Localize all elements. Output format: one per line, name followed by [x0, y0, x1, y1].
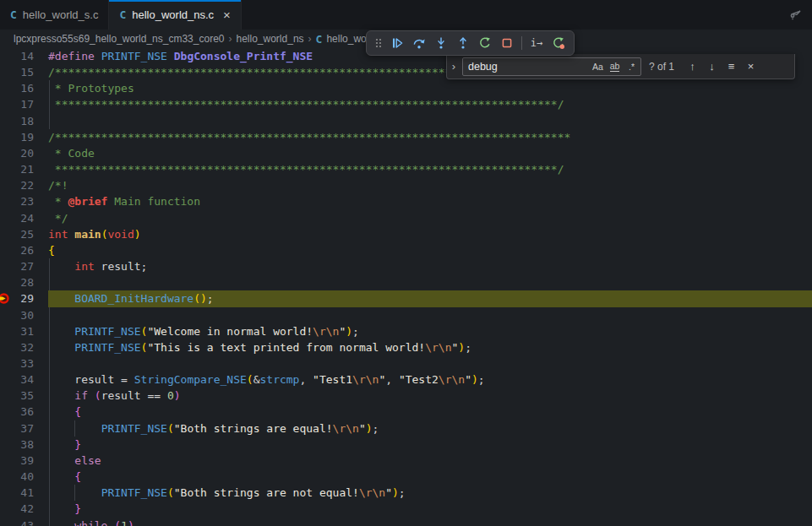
find-in-selection-button[interactable]: ≡ — [722, 57, 740, 75]
code-line-text[interactable] — [48, 274, 812, 290]
code-line-text[interactable]: { — [48, 242, 812, 258]
code-line[interactable]: 31 PRINTF_NSE("Welcome in normal world!\… — [0, 323, 812, 339]
code-line-text[interactable]: */ — [48, 210, 812, 226]
code-line[interactable]: 28 — [0, 274, 812, 290]
debug-step-instruction-button[interactable]: i→ — [526, 33, 547, 53]
line-number[interactable]: 18 — [0, 113, 48, 129]
code-line-text[interactable]: } — [48, 437, 812, 453]
line-number[interactable]: 34 — [0, 371, 48, 388]
code-line-text[interactable] — [48, 355, 812, 371]
debug-stop-button[interactable] — [497, 33, 517, 53]
code-line-text[interactable]: /*! — [48, 177, 812, 193]
line-number[interactable]: 29 — [0, 290, 48, 306]
line-number[interactable]: 16 — [0, 80, 48, 96]
code-area[interactable]: 14#define PRINTF_NSE DbgConsole_Printf_N… — [0, 48, 812, 526]
code-line[interactable]: 29 BOARD_InitHardware(); — [0, 290, 812, 306]
code-line-text[interactable]: * Code — [48, 145, 812, 161]
code-line[interactable]: 38 } — [0, 437, 812, 453]
code-line-text[interactable]: int main(void) — [48, 226, 812, 242]
breakpoint-current-line-icon[interactable] — [0, 292, 10, 305]
code-line-text[interactable]: PRINTF_NSE("Both strings are equal!\r\n"… — [48, 420, 812, 437]
code-line[interactable]: 36 { — [0, 404, 812, 420]
whole-word-toggle[interactable]: ab — [607, 58, 623, 74]
code-line-text[interactable]: PRINTF_NSE("Welcome in normal world!\r\n… — [48, 323, 812, 339]
line-number[interactable]: 17 — [0, 96, 48, 112]
code-line-text[interactable]: * @brief Main function — [48, 193, 812, 209]
code-line[interactable]: 17 *************************************… — [0, 96, 812, 112]
line-number[interactable]: 36 — [0, 404, 48, 420]
debug-step-over-button[interactable] — [409, 33, 429, 53]
code-line-text[interactable]: ****************************************… — [48, 161, 812, 177]
code-line-text[interactable]: if (result == 0) — [48, 388, 812, 404]
code-line-text[interactable]: { — [48, 404, 812, 420]
line-number[interactable]: 27 — [0, 258, 48, 274]
code-line[interactable]: 37 PRINTF_NSE("Both strings are equal!\r… — [0, 420, 812, 437]
code-line[interactable]: 19/*************************************… — [0, 129, 812, 145]
line-number[interactable]: 19 — [0, 129, 48, 145]
regex-toggle[interactable]: .* — [624, 58, 640, 74]
code-line-text[interactable]: ****************************************… — [48, 96, 812, 112]
line-number[interactable]: 42 — [0, 501, 48, 517]
debug-restart-button[interactable] — [475, 33, 495, 53]
code-line[interactable]: 34 result = StringCompare_NSE(&strcmp, "… — [0, 371, 812, 388]
code-line-text[interactable]: * Prototypes — [48, 80, 812, 96]
match-case-toggle[interactable]: Aa — [590, 58, 606, 74]
find-previous-button[interactable]: ↑ — [684, 57, 701, 75]
code-line[interactable]: 27 int result; — [0, 258, 812, 274]
close-tab-icon[interactable]: × — [223, 8, 231, 21]
code-line[interactable]: 25int main(void) — [0, 226, 812, 242]
code-line[interactable]: 33 — [0, 355, 812, 371]
find-input[interactable] — [463, 61, 590, 73]
code-line[interactable]: 23 * @brief Main function — [0, 193, 812, 209]
line-number[interactable]: 15 — [0, 64, 48, 80]
code-line[interactable]: 21 *************************************… — [0, 161, 812, 177]
line-number[interactable]: 20 — [0, 145, 48, 161]
line-number[interactable]: 39 — [0, 453, 48, 469]
line-number[interactable]: 14 — [0, 48, 48, 64]
code-line[interactable]: 18 — [0, 113, 812, 129]
code-line-text[interactable]: /***************************************… — [48, 129, 812, 145]
code-line-text[interactable]: PRINTF_NSE("This is a text printed from … — [48, 339, 812, 355]
line-number[interactable]: 37 — [0, 420, 48, 437]
breadcrumb-project[interactable]: lpcxpresso55s69_hello_world_ns_cm33_core… — [14, 33, 225, 45]
debug-step-out-button[interactable] — [453, 33, 473, 53]
code-line[interactable]: 30 — [0, 307, 812, 323]
code-line[interactable]: 20 * Code — [0, 145, 812, 161]
debug-step-into-button[interactable] — [431, 33, 451, 53]
drag-grip-icon[interactable] — [372, 33, 385, 53]
code-line-text[interactable]: } — [48, 501, 812, 517]
line-number[interactable]: 31 — [0, 323, 48, 339]
line-number[interactable]: 22 — [0, 177, 48, 193]
line-number[interactable]: 26 — [0, 242, 48, 258]
line-number[interactable]: 40 — [0, 469, 48, 485]
breadcrumb-folder[interactable]: hello_world_ns — [237, 33, 304, 45]
code-line[interactable]: 42 } — [0, 501, 812, 517]
code-line[interactable]: 41 PRINTF_NSE("Both strings are not equa… — [0, 485, 812, 501]
find-close-button[interactable]: × — [742, 57, 760, 75]
code-line[interactable]: 39 else — [0, 453, 812, 469]
code-line[interactable]: 32 PRINTF_NSE("This is a text printed fr… — [0, 339, 812, 355]
line-number[interactable]: 21 — [0, 161, 48, 177]
line-number[interactable]: 35 — [0, 388, 48, 404]
line-number[interactable]: 32 — [0, 339, 48, 355]
line-number[interactable]: 41 — [0, 485, 48, 501]
code-line[interactable]: 24 */ — [0, 210, 812, 226]
line-number[interactable]: 25 — [0, 226, 48, 242]
line-number[interactable]: 43 — [0, 518, 48, 526]
line-number[interactable]: 38 — [0, 437, 48, 453]
code-line-text[interactable]: PRINTF_NSE("Both strings are not equal!\… — [48, 485, 812, 501]
find-next-button[interactable]: ↓ — [703, 57, 721, 75]
code-line[interactable]: 26{ — [0, 242, 812, 258]
code-line[interactable]: 35 if (result == 0) — [0, 388, 812, 404]
code-line-text[interactable]: result = StringCompare_NSE(&strcmp, "Tes… — [48, 371, 812, 388]
code-line-text[interactable] — [48, 113, 812, 129]
code-line-text[interactable]: while (1) — [48, 518, 812, 526]
code-line-text[interactable]: { — [48, 469, 812, 485]
code-line-text[interactable]: BOARD_InitHardware(); — [48, 290, 812, 306]
code-line[interactable]: 22/*! — [0, 177, 812, 193]
debug-continue-button[interactable] — [387, 33, 407, 53]
code-line[interactable]: 16 * Prototypes — [0, 80, 812, 96]
line-number[interactable]: 28 — [0, 274, 48, 290]
code-line[interactable]: 40 { — [0, 469, 812, 485]
tab-hello-world-s[interactable]: C hello_world_s.c — [0, 0, 109, 30]
